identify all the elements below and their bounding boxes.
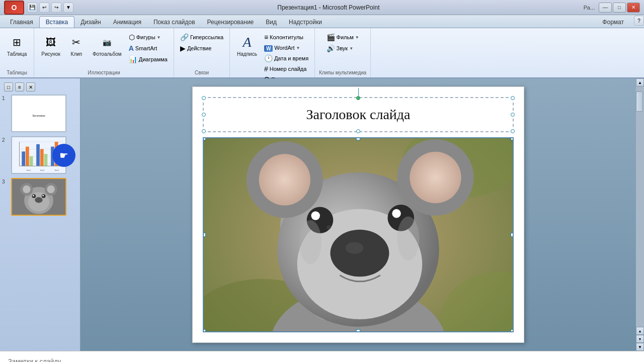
slide-number-3: 3 (2, 178, 8, 185)
slide-item-3[interactable]: 3 (2, 178, 78, 216)
movie-button[interactable]: 🎬 Фильм ▼ (325, 32, 361, 42)
tab-animation[interactable]: Анимация (107, 17, 147, 28)
handle-img-bl[interactable] (203, 329, 206, 332)
header-label: Колонтитулы (270, 34, 303, 40)
redo-quick-btn[interactable]: ↪ (51, 3, 61, 13)
handle-img-tr[interactable] (511, 137, 514, 140)
help-btn[interactable]: ? (634, 16, 644, 26)
notes-area[interactable]: Заметки к слайду (0, 351, 644, 362)
main-slide: Заголовок слайда (192, 86, 524, 343)
tab-slideshow[interactable]: Показ слайдов (147, 17, 201, 28)
panel-outline-view-btn[interactable]: ≡ (15, 82, 24, 92)
photoalbum-button[interactable]: 📷 Фотоальбом (90, 32, 125, 59)
datetime-icon: 🕐 (264, 54, 273, 62)
slide-thumb-3[interactable] (11, 178, 66, 216)
smartart-button[interactable]: A SmartArt (127, 43, 170, 53)
scroll-page-down-btn[interactable]: ▼ (636, 335, 644, 343)
handle-title-top-right[interactable] (511, 96, 515, 100)
panel-thumb-view-btn[interactable]: □ (4, 82, 13, 92)
datetime-button[interactable]: 🕐 Дата и время (262, 53, 310, 63)
koala-image (204, 138, 513, 331)
canvas-area: Заголовок слайда (80, 78, 644, 351)
handle-img-bc[interactable] (356, 329, 360, 332)
handle-title-mid-right[interactable] (511, 113, 515, 117)
svg-text:Кат1: Кат1 (27, 169, 31, 171)
minimize-btn[interactable]: — (599, 3, 612, 13)
handle-title-bot-center[interactable] (356, 129, 360, 133)
svg-text:Кат3: Кат3 (55, 169, 59, 171)
scroll-track (636, 86, 644, 327)
textbox-label: Надпись (237, 51, 257, 57)
tab-design[interactable]: Дизайн (74, 17, 107, 28)
action-button[interactable]: ▶ Действие (178, 43, 225, 53)
undo-quick-btn[interactable]: ↩ (39, 3, 49, 13)
sound-button[interactable]: 🔊 Звук ▼ (325, 43, 361, 53)
vertical-scrollbar[interactable]: ▲ ▲ ▼ ▼ (636, 78, 644, 351)
wordart-button[interactable]: W WordArt ▼ (262, 43, 310, 53)
customize-quick-btn[interactable]: ▼ (63, 3, 73, 13)
slide-item-2[interactable]: 2 (2, 136, 78, 174)
photoalbum-icon: 📷 (99, 34, 115, 50)
picture-button[interactable]: 🖼 Рисунок (38, 32, 63, 59)
textbox-button[interactable]: A Надпись (234, 32, 260, 59)
clip-icon: ✂ (68, 34, 85, 50)
tab-review[interactable]: Рецензирование (201, 17, 260, 28)
save-quick-btn[interactable]: 💾 (27, 3, 37, 13)
slide-title-area[interactable]: Заголовок слайда (203, 97, 514, 132)
panel-close-btn[interactable]: ✕ (26, 82, 35, 92)
header-footer-button[interactable]: ≡ Колонтитулы (262, 32, 310, 42)
svg-rect-7 (30, 156, 33, 166)
scroll-down-btn[interactable]: ▼ (636, 343, 644, 351)
slide-item-1[interactable]: 1 Заголовок (2, 95, 78, 132)
shapes-button[interactable]: ⬡ Фигуры ▼ (127, 32, 170, 42)
handle-title-mid-left[interactable] (202, 113, 206, 117)
tab-home[interactable]: Главная (4, 17, 39, 28)
maximize-btn[interactable]: □ (613, 3, 626, 13)
slide-number-icon: # (264, 65, 268, 73)
slide-title-text: Заголовок слайда (306, 107, 411, 123)
handle-title-bot-left[interactable] (202, 129, 206, 133)
table-icon: ⊞ (9, 34, 25, 50)
handle-title-top-center[interactable] (356, 96, 360, 100)
handle-title-bot-right[interactable] (511, 129, 515, 133)
shapes-label: Фигуры (136, 34, 155, 40)
scroll-up-btn[interactable]: ▲ (636, 78, 644, 86)
slide-number-1: 1 (2, 95, 8, 101)
tab-view[interactable]: Вид (260, 17, 283, 28)
handle-img-br[interactable] (511, 329, 514, 332)
scroll-page-up-btn[interactable]: ▲ (636, 327, 644, 335)
action-label: Действие (187, 45, 211, 51)
tab-addins[interactable]: Надстройки (283, 17, 328, 28)
slide-image-area[interactable] (203, 137, 514, 332)
hyperlink-icon: 🔗 (180, 33, 189, 41)
svg-text:Кат2: Кат2 (40, 169, 44, 171)
svg-rect-8 (36, 144, 40, 166)
table-button[interactable]: ⊞ Таблица (4, 32, 30, 59)
cursor-circle: ☛ (52, 144, 75, 167)
action-icon: ▶ (180, 44, 186, 52)
svg-point-44 (346, 242, 363, 254)
handle-img-mr[interactable] (511, 233, 514, 237)
clip-button[interactable]: ✂ Клип (65, 32, 88, 59)
photoalbum-label: Фотоальбом (93, 51, 122, 57)
tab-insert[interactable]: Вставка (39, 16, 75, 28)
slide-thumb-1[interactable]: Заголовок (11, 95, 66, 132)
tab-format[interactable]: Формат (596, 17, 630, 28)
movie-icon: 🎬 (327, 33, 335, 41)
hyperlink-button[interactable]: 🔗 Гиперссылка (178, 32, 225, 42)
smartart-icon: A (129, 44, 134, 52)
office-button[interactable]: О (4, 1, 24, 15)
handle-img-tl[interactable] (203, 137, 206, 140)
handle-img-tc[interactable] (356, 137, 360, 140)
group-label-links: Связи (195, 69, 209, 75)
picture-label: Рисунок (41, 51, 60, 57)
slide-number-button[interactable]: # Номер слайда (262, 64, 310, 74)
ribbon-group-tables: ⊞ Таблица Таблицы (0, 28, 34, 77)
chart-button[interactable]: 📊 Диаграмма (127, 54, 170, 64)
handle-title-top-left[interactable] (202, 96, 206, 100)
close-btn[interactable]: ✕ (627, 3, 640, 13)
svg-rect-6 (26, 147, 29, 166)
scroll-thumb[interactable] (636, 92, 643, 112)
handle-img-ml[interactable] (203, 233, 206, 237)
svg-point-43 (330, 230, 389, 277)
